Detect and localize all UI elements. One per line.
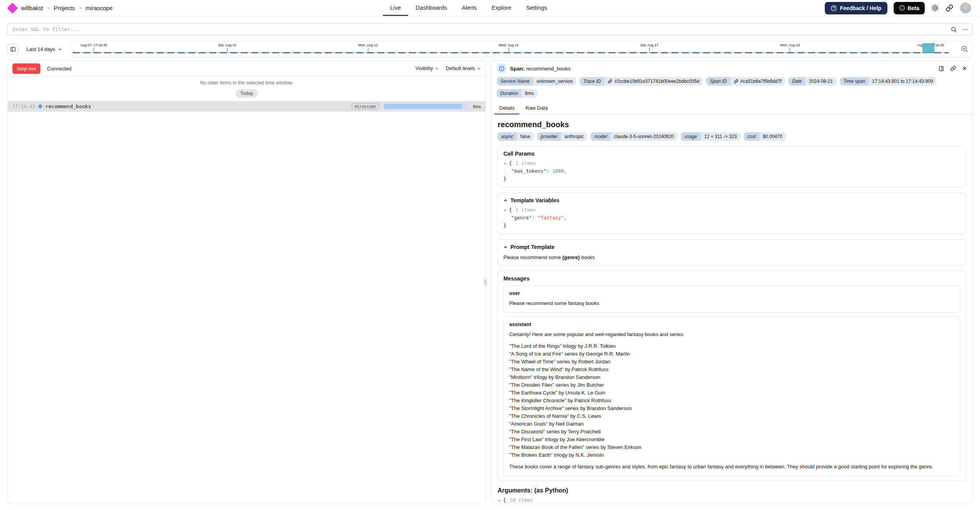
span-list-row[interactable]: 17:14:43 recommend_books mirascope 9ms <box>8 101 486 112</box>
prompt-template-text: Please recommend some {genre} books <box>503 254 960 261</box>
sql-filter-input[interactable] <box>7 23 973 35</box>
feedback-help-button[interactable]: Feedback / Help <box>825 2 887 14</box>
close-icon[interactable]: ✕ <box>962 66 967 71</box>
meta-badge-text: 17:14:43.901 to 17:14:43.909 <box>872 79 933 84</box>
zoom-in-icon[interactable] <box>961 45 969 53</box>
timeline-tick: Aug 07, 17:16:35 <box>81 43 107 52</box>
nav-tab[interactable]: Dashboards <box>408 0 454 16</box>
nav-tab[interactable]: Settings <box>519 0 554 16</box>
link-icon[interactable] <box>734 79 738 84</box>
timeline-tick-label: Sat, Aug 10 <box>218 43 237 47</box>
breadcrumb-item[interactable]: Projects <box>54 5 75 11</box>
meta-badge-text: 8ms <box>525 91 534 96</box>
prompt-template-card: Prompt Template Please recommend some {g… <box>498 239 966 266</box>
attribute-badge: async false <box>498 132 534 141</box>
time-range-dropdown[interactable]: Last 14 days <box>23 46 66 52</box>
app-logo-icon[interactable] <box>7 2 18 13</box>
beta-button[interactable]: Beta <box>894 2 925 14</box>
visibility-dropdown[interactable]: Visibility <box>415 66 439 71</box>
attribute-badge-value: false <box>517 132 533 141</box>
timeline-tick-mark <box>649 47 650 52</box>
feedback-help-label: Feedback / Help <box>840 5 882 11</box>
user-avatar[interactable] <box>960 2 971 14</box>
timeline-histogram[interactable]: Aug 07, 17:16:35 Sat, Aug 10 Mon, Aug 12… <box>70 41 973 57</box>
json-open-brace: { <box>503 496 506 504</box>
json-key: "max_tokens": <box>511 168 549 174</box>
chevron-right-icon: > <box>47 5 50 11</box>
template-variables-card: Template Variables { 1 items "genre": "f… <box>498 193 966 234</box>
timeline-tick-label: Aug 07, 17:16:35 <box>81 43 107 47</box>
detail-tabs: Details Raw Data <box>491 102 972 115</box>
meta-badge-text: 2024-08-21 <box>809 79 833 84</box>
breadcrumb-item[interactable]: mirascope <box>86 5 112 11</box>
chevron-up-icon <box>503 198 508 203</box>
nav-tab[interactable]: Live <box>383 0 408 16</box>
book-list-item: "A Song of Ice and Fire" series by Georg… <box>509 350 954 358</box>
meta-badge-value: 2024-08-21 <box>805 77 836 86</box>
stop-live-button[interactable]: Stop live <box>12 63 40 74</box>
breadcrumb-segment: willbakst > <box>21 5 50 11</box>
meta-badge: Time span 17:14:43.901 to 17:14:43.909 <box>840 77 937 86</box>
nav-tab[interactable]: Alerts <box>454 0 484 16</box>
theme-toggle-icon[interactable] <box>931 4 939 12</box>
timeline-count-label: 2 <box>933 42 934 46</box>
attribute-badge-value: anthropic <box>561 132 587 141</box>
book-list-item: "The Broken Earth" trilogy by N.K. Jemis… <box>509 451 954 459</box>
collapse-toggle-icon[interactable] <box>503 209 507 212</box>
detail-tab[interactable]: Raw Data <box>521 102 552 114</box>
timeline-tick: Mon, Aug 12 <box>358 43 378 52</box>
app-header: willbakst > Projects > mirascope > Live … <box>0 0 980 16</box>
breadcrumb-segment: Projects > <box>54 5 82 11</box>
attribute-badge-label: usage <box>681 132 701 141</box>
span-name: recommend_books <box>46 103 91 109</box>
breadcrumb-item[interactable]: willbakst <box>21 5 43 11</box>
more-options-icon[interactable]: ⋯ <box>962 26 969 33</box>
project-badge: mirascope <box>352 103 379 109</box>
span-header-name: recommend_books <box>526 66 571 72</box>
breadcrumb-segment: mirascope > <box>86 5 112 11</box>
sidebar-toggle-icon[interactable] <box>7 44 19 55</box>
span-detail-body[interactable]: recommend_books async false provider ant… <box>491 115 972 504</box>
collapse-toggle-icon[interactable] <box>503 162 507 165</box>
attribute-badge: usage 12 + 311 -> 323 <box>681 132 740 141</box>
prompt-template-heading[interactable]: Prompt Template <box>503 244 960 250</box>
call-params-title: Call Params <box>503 151 535 157</box>
panel-resize-handle[interactable] <box>484 279 487 286</box>
attribute-badge-value: $0.00470 <box>759 132 786 141</box>
link-icon[interactable] <box>608 79 612 84</box>
assistant-message-text: Certainly! Here are some popular and wel… <box>509 331 954 471</box>
meta-badge: Trace ID #2ccbe10b91e371741b00eee2bdbc00… <box>580 77 703 86</box>
copy-link-icon[interactable] <box>950 65 956 72</box>
visibility-label: Visibility <box>415 66 433 71</box>
header-actions: Feedback / Help Beta <box>825 0 971 16</box>
span-meta-badges: Service Name unknown_service Trace ID <box>491 75 972 102</box>
open-side-panel-icon[interactable] <box>938 66 944 72</box>
json-close-brace: } <box>503 222 507 230</box>
search-icon[interactable] <box>950 26 957 33</box>
sql-filter-icons: ⋯ <box>950 23 969 35</box>
attribute-badge: model claude-3-5-sonnet-20240620 <box>591 132 677 141</box>
default-levels-dropdown[interactable]: Default levels <box>446 66 481 71</box>
meta-badge-value: unknown_service <box>533 77 576 86</box>
nav-tab[interactable]: Explore <box>484 0 519 16</box>
json-open-brace: { <box>509 206 512 214</box>
collapse-toggle-icon[interactable] <box>498 499 501 502</box>
book-list-item: "American Gods" by Neil Gaiman <box>509 420 954 428</box>
info-icon <box>497 64 506 73</box>
timeline-tick: Sat, Aug 17 <box>640 43 659 52</box>
list-header-controls: Visibility Default levels <box>415 66 481 71</box>
day-divider-row: Today <box>8 89 486 98</box>
meta-badge-value: 8ms <box>521 89 537 98</box>
book-list-item: "The Lord of the Rings" trilogy by J.R.R… <box>509 342 954 350</box>
detail-tab[interactable]: Details <box>494 102 519 114</box>
arguments-json: { 10 items 'async': False, 'model': 'cla… <box>498 496 966 504</box>
timeline-tick-label: Sat, Aug 17 <box>640 43 659 47</box>
prompt-text-before: Please recommend some <box>503 254 562 260</box>
json-item-count: 1 items <box>515 206 536 214</box>
share-link-icon[interactable] <box>945 4 954 12</box>
template-variables-title: Template Variables <box>510 197 559 203</box>
timeline-tick-mark <box>508 47 509 52</box>
messages-heading: Messages <box>503 275 960 282</box>
duration-label: 9ms <box>473 104 481 109</box>
template-variables-heading[interactable]: Template Variables <box>503 197 960 203</box>
